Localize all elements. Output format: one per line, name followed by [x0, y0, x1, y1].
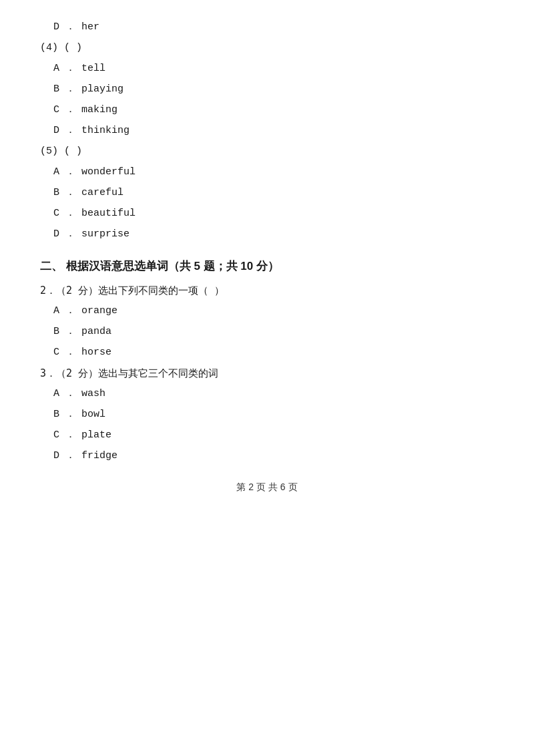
q3-option-d: D ． fridge [40, 449, 494, 461]
q5-option-d: D ． surprise [40, 227, 494, 240]
q5-option-b: B ． careful [40, 186, 494, 198]
q3-option-b-text: bowl [81, 409, 105, 420]
q4-option-d: D ． thinking [40, 124, 494, 136]
q4-option-c: C ． making [40, 103, 494, 116]
page-number: 第 2 页 共 6 页 [40, 482, 494, 494]
q2-option-b: B ． panda [40, 325, 494, 337]
q3-option-c: C ． plate [40, 428, 494, 441]
section2-header: 二、 根据汉语意思选单词（共 5 题；共 10 分） [40, 258, 494, 274]
q3-option-b: B ． bowl [40, 407, 494, 420]
q2-option-c-text: horse [81, 347, 111, 358]
q3-option-a: A ． wash [40, 387, 494, 399]
q5-option-b-text: careful [81, 187, 123, 198]
q5-option-a-text: wonderful [81, 166, 136, 178]
q5-option-c-text: beautiful [81, 208, 136, 219]
q4-option-b-text: playing [81, 83, 123, 95]
q4-option-a-text: tell [81, 63, 105, 74]
q4-option-a: A ． tell [40, 61, 494, 74]
prev-d-option: D ． her [40, 20, 494, 33]
q5-option-a: A ． wonderful [40, 165, 494, 178]
q3-option-c-text: plate [81, 429, 111, 441]
q4-option-c-text: making [81, 104, 117, 116]
option-text: her [81, 21, 99, 33]
question-3-label: 3．（2 分）选出与其它三个不同类的词 [40, 367, 494, 380]
q5-option-c: C ． beautiful [40, 206, 494, 219]
q2-option-a: A ． orange [40, 304, 494, 317]
q2-option-a-text: orange [81, 305, 117, 317]
q4-option-d-text: thinking [81, 125, 129, 136]
q3-option-a-text: wash [81, 388, 105, 399]
question-5-label: (5) ( ) [40, 146, 494, 157]
q4-option-b: B ． playing [40, 82, 494, 95]
q2-option-b-text: panda [81, 326, 111, 337]
q3-option-d-text: fridge [81, 450, 117, 461]
question-2-label: 2．（2 分）选出下列不同类的一项（ ） [40, 285, 494, 297]
q5-option-d-text: surprise [81, 228, 129, 240]
q2-option-c: C ． horse [40, 345, 494, 358]
question-4-label: (4) ( ) [40, 42, 494, 53]
option-letter: D [53, 21, 59, 33]
